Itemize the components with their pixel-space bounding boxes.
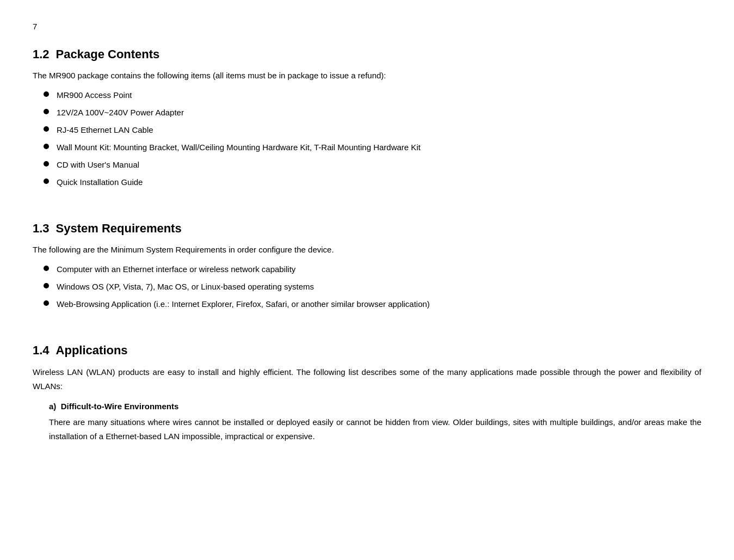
section-1-3-list: Computer with an Ethernet interface or w… <box>33 263 701 311</box>
subsection-a-label: a) <box>49 402 56 411</box>
section-1-4: 1.4Applications Wireless LAN (WLAN) prod… <box>33 343 701 443</box>
section-1-3-number: 1.3 <box>33 221 50 235</box>
bullet-dot <box>44 126 49 132</box>
section-1-4-heading: Applications <box>56 343 128 357</box>
section-1-3-heading: System Requirements <box>56 221 182 235</box>
section-1-4-title: 1.4Applications <box>33 343 701 358</box>
bullet-dot <box>44 161 49 167</box>
section-1-2-list: MR900 Access Point 12V/2A 100V~240V Powe… <box>33 89 701 189</box>
list-item: MR900 Access Point <box>44 89 701 102</box>
subsection-a-heading: Difficult-to-Wire Environments <box>61 402 179 411</box>
page-number: 7 <box>33 22 701 31</box>
section-1-3: 1.3System Requirements The following are… <box>33 221 701 311</box>
list-item: Windows OS (XP, Vista, 7), Mac OS, or Li… <box>44 280 701 293</box>
section-1-2: 1.2Package Contents The MR900 package co… <box>33 47 701 189</box>
section-1-2-intro: The MR900 package contains the following… <box>33 69 701 82</box>
list-item: Web-Browsing Application (i.e.: Internet… <box>44 298 701 311</box>
bullet-dot <box>44 266 49 271</box>
section-1-4-number: 1.4 <box>33 343 50 357</box>
list-item: RJ-45 Ethernet LAN Cable <box>44 124 701 137</box>
list-item: 12V/2A 100V~240V Power Adapter <box>44 106 701 119</box>
bullet-dot <box>44 300 49 306</box>
list-item: Wall Mount Kit: Mounting Bracket, Wall/C… <box>44 141 701 154</box>
section-1-3-intro: The following are the Minimum System Req… <box>33 243 701 256</box>
subsection-a-body: There are many situations where wires ca… <box>49 415 701 443</box>
bullet-dot <box>44 144 49 149</box>
bullet-dot <box>44 91 49 97</box>
list-item: Computer with an Ethernet interface or w… <box>44 263 701 276</box>
bullet-dot <box>44 283 49 288</box>
section-1-2-title: 1.2Package Contents <box>33 47 701 61</box>
bullet-dot <box>44 109 49 114</box>
section-1-2-heading: Package Contents <box>56 47 160 61</box>
list-item: Quick Installation Guide <box>44 176 701 189</box>
list-item: CD with User's Manual <box>44 158 701 171</box>
section-1-4-intro: Wireless LAN (WLAN) products are easy to… <box>33 365 701 393</box>
subsection-a-title: a) Difficult-to-Wire Environments <box>49 402 701 411</box>
section-1-3-title: 1.3System Requirements <box>33 221 701 236</box>
bullet-dot <box>44 179 49 184</box>
section-1-2-number: 1.2 <box>33 47 50 61</box>
